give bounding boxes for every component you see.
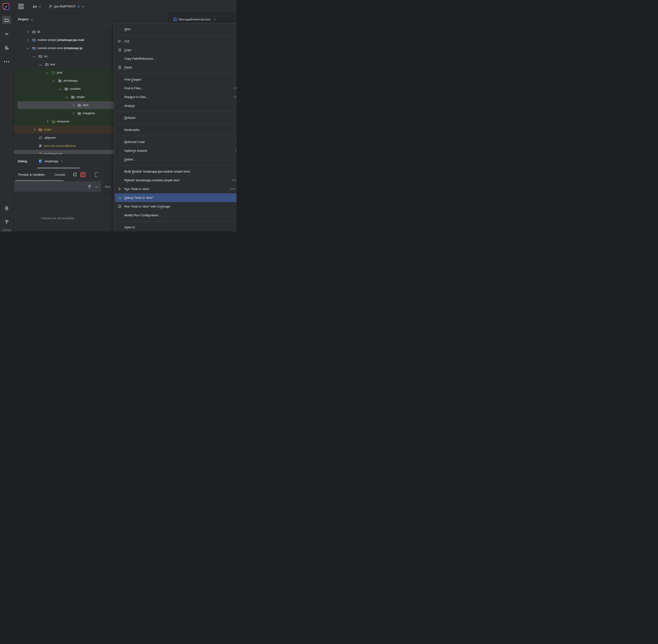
pause-icon[interactable] bbox=[95, 172, 98, 177]
menu-separator bbox=[116, 136, 236, 136]
menu-item-label: Find Usages bbox=[124, 78, 141, 81]
menu-item-find-in-files[interactable]: Find in Files...Ctrl+ bbox=[115, 84, 236, 93]
sidebar-item-structure[interactable] bbox=[2, 44, 11, 52]
chevron-right-icon[interactable] bbox=[72, 112, 74, 115]
main-menu-icon[interactable] bbox=[18, 4, 24, 9]
package-icon bbox=[77, 103, 81, 107]
sidebar-item-services[interactable] bbox=[2, 204, 11, 212]
toolbar-divider bbox=[89, 171, 90, 178]
class-icon bbox=[173, 17, 177, 22]
chevron-right-icon[interactable] bbox=[26, 39, 29, 41]
menu-item-open-in[interactable]: Open In bbox=[115, 223, 236, 231]
folder-icon bbox=[45, 63, 49, 66]
menu-item-copy[interactable]: Copy bbox=[115, 46, 236, 54]
menu-item-run-tests-in-dom[interactable]: Run 'Tests in 'dom''Ctrl+Sh bbox=[115, 185, 236, 193]
menu-item-label: Paste bbox=[124, 66, 132, 69]
menu-item-label: Analyze bbox=[124, 104, 135, 108]
menu-item-replace-in-files[interactable]: Replace in Files...Ctrl+ bbox=[115, 93, 236, 101]
git-branch-icon bbox=[49, 4, 53, 8]
page-title: Project bbox=[18, 18, 28, 21]
chevron-down-icon[interactable] bbox=[65, 96, 68, 98]
chevron-right-icon[interactable] bbox=[33, 128, 36, 131]
tab-console[interactable]: Console bbox=[54, 173, 65, 177]
menu-separator bbox=[116, 73, 236, 74]
menu-item-label: Open In bbox=[124, 226, 135, 229]
tree-row-label: .gitignore bbox=[44, 136, 56, 139]
chevron-right-icon[interactable] bbox=[26, 31, 29, 33]
debug-icon bbox=[118, 196, 122, 200]
sidebar-item-commit[interactable] bbox=[2, 30, 11, 38]
list-icon bbox=[39, 144, 42, 148]
chevron-right-icon[interactable] bbox=[72, 104, 74, 107]
sidebar-item-build[interactable] bbox=[2, 218, 11, 226]
tree-row-label: simple bbox=[76, 95, 85, 99]
evaluate-placeholder: Eva bbox=[105, 185, 110, 188]
menu-item-reformat-code[interactable]: Reformat CodeCtr bbox=[115, 138, 236, 146]
editor-tab-messagebrokerimpl[interactable]: MessageBrokerImpl.java × bbox=[168, 17, 216, 22]
main-toolbar: IJ jpa jpa-SNAPSHOT ↙ bbox=[0, 0, 236, 13]
stop-button[interactable] bbox=[81, 172, 86, 177]
close-icon[interactable]: × bbox=[61, 160, 63, 163]
menu-separator bbox=[116, 35, 236, 35]
close-icon[interactable]: × bbox=[214, 18, 216, 21]
branch-name: jpa-SNAPSHOT bbox=[54, 5, 76, 8]
project-selector[interactable]: jpa bbox=[33, 5, 41, 8]
menu-item-shortcut: Ctrl bbox=[235, 149, 236, 152]
sidebar-item-project[interactable] bbox=[2, 16, 11, 24]
session-tab-label: simpleapp bbox=[44, 160, 58, 163]
chevron-down-icon[interactable] bbox=[26, 47, 29, 49]
menu-item-modify-run-configuration[interactable]: Modify Run Configuration... bbox=[115, 211, 236, 220]
chevron-down-icon[interactable] bbox=[52, 79, 55, 82]
frames-panel: Frames are not available bbox=[14, 192, 101, 231]
sidebar-item-more[interactable] bbox=[2, 58, 11, 66]
tree-row-label: java bbox=[57, 71, 62, 74]
menu-item-label: Copy Path/Reference... bbox=[124, 57, 156, 61]
chevron-right-icon[interactable] bbox=[46, 120, 48, 123]
menu-item-copy-path-reference[interactable]: Copy Path/Reference... bbox=[115, 54, 236, 63]
menu-item-bookmarks[interactable]: Bookmarks bbox=[115, 125, 236, 134]
more-icon bbox=[4, 61, 9, 62]
chevron-down-icon[interactable] bbox=[46, 71, 48, 74]
tab-threads-variables[interactable]: Threads & Variables bbox=[18, 173, 45, 177]
run-icon bbox=[118, 187, 122, 191]
vcs-branch-widget[interactable]: jpa-SNAPSHOT ↙ bbox=[49, 4, 84, 8]
chevron-down-icon[interactable] bbox=[39, 63, 42, 66]
menu-item-optimize-imports[interactable]: Optimize ImportsCtrl bbox=[115, 146, 236, 155]
filter-icon[interactable] bbox=[87, 184, 92, 189]
menu-item-analyze[interactable]: Analyze bbox=[115, 101, 236, 110]
tree-row-label: lib bbox=[38, 30, 40, 33]
menu-item-paste[interactable]: Paste bbox=[115, 63, 236, 72]
menu-item-label: Cut bbox=[124, 40, 129, 43]
chevron-down-icon[interactable] bbox=[95, 185, 98, 188]
folder-resources-icon bbox=[51, 119, 55, 123]
menu-item-build-module-simpleapp-jpa-module-simple-tests[interactable]: Build Module 'simpleapp-jpa-module-simpl… bbox=[115, 167, 236, 176]
menu-item-new[interactable]: New bbox=[115, 25, 236, 33]
module-icon bbox=[32, 38, 36, 42]
menu-item-run-tests-in-dom-with-coverage[interactable]: Run 'Tests in 'dom'' with Coverage bbox=[115, 202, 236, 211]
menu-item-label: New bbox=[124, 27, 130, 31]
menu-item-rebuild-domainapp-modules-simple-dom[interactable]: Rebuild 'domainapp.modules.simple.dom'Ct… bbox=[115, 176, 236, 185]
selected-tab-underline bbox=[15, 180, 64, 181]
frames-empty-text: Frames are not available bbox=[41, 216, 74, 220]
chevron-down-icon[interactable] bbox=[33, 55, 36, 58]
editor-tab-label: MessageBrokerImpl.java bbox=[179, 18, 210, 21]
debug-session-tab[interactable]: simpleapp × bbox=[38, 159, 63, 163]
folder-excluded-icon bbox=[39, 128, 42, 132]
module-icon bbox=[32, 46, 36, 50]
menu-item-label: Optimize Imports bbox=[124, 149, 147, 153]
frames-filter-toolbar bbox=[14, 181, 101, 192]
folder-icon bbox=[4, 18, 9, 22]
rerun-debug-icon[interactable] bbox=[72, 172, 77, 177]
menu-item-find-usages[interactable]: Find Usages bbox=[115, 75, 236, 84]
chevron-down-icon[interactable] bbox=[59, 88, 61, 90]
tree-row-label: test bbox=[50, 63, 55, 66]
menu-item-label: Bookmarks bbox=[124, 128, 139, 132]
services-icon bbox=[4, 206, 9, 211]
menu-item-cut[interactable]: Cut bbox=[115, 37, 236, 46]
menu-item-label: Copy bbox=[124, 48, 131, 52]
xml-icon bbox=[39, 152, 42, 154]
menu-item-delete[interactable]: Delete... bbox=[115, 155, 236, 164]
menu-item-refactor[interactable]: Refactor bbox=[115, 113, 236, 122]
folder-test-icon bbox=[51, 71, 55, 74]
menu-item-debug-tests-in-dom[interactable]: Debug 'Tests in 'dom'' bbox=[115, 193, 236, 202]
